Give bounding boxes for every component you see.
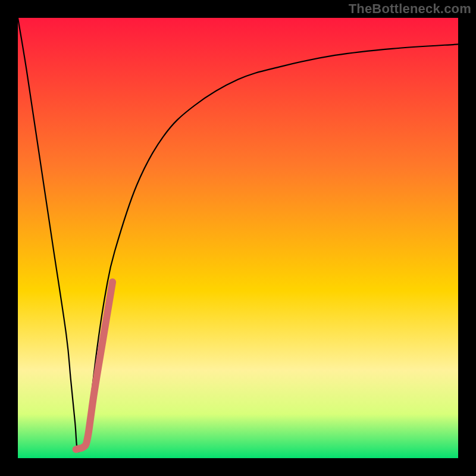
bottleneck-chart (0, 0, 476, 476)
watermark: TheBottleneck.com (349, 1, 471, 17)
plot-area (18, 18, 458, 458)
